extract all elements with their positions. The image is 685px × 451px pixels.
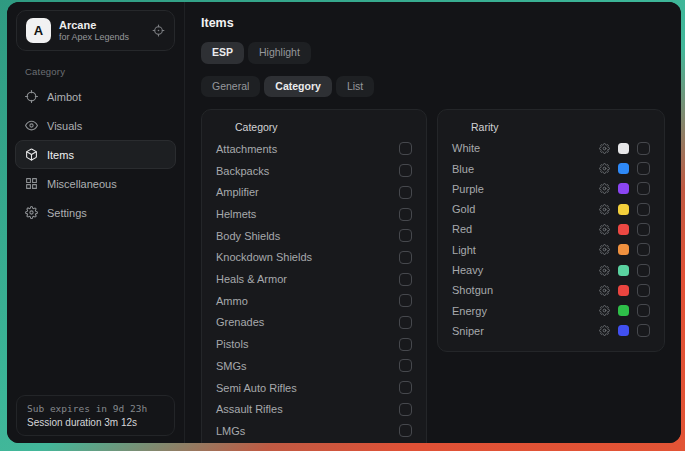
category-row-knockdown-shields: Knockdown Shields — [216, 247, 412, 269]
target-icon[interactable] — [152, 24, 165, 37]
rarity-row-label: Light — [452, 244, 476, 256]
category-row-smgs: SMGs — [216, 355, 412, 377]
category-row-helmets: Helmets — [216, 203, 412, 225]
rarity-row-label: Shotgun — [452, 284, 493, 296]
gear-icon[interactable] — [599, 143, 610, 154]
rarity-row-controls — [599, 243, 650, 256]
category-panel-header: Category — [216, 121, 412, 133]
brand-text: Arcane for Apex Legends — [59, 19, 129, 42]
color-swatch-red[interactable] — [618, 224, 629, 235]
category-panel-title: Category — [235, 121, 278, 133]
category-row-body-shields: Body Shields — [216, 225, 412, 247]
checkbox-knockdown-shields[interactable] — [399, 251, 412, 264]
checkbox-rarity-shotgun[interactable] — [637, 284, 650, 297]
checkbox-rarity-red[interactable] — [637, 223, 650, 236]
rarity-row-energy: Energy — [452, 300, 650, 320]
rarity-row-controls — [599, 284, 650, 297]
category-row-assault-rifles: Assault Rifles — [216, 398, 412, 420]
checkbox-helmets[interactable] — [399, 208, 412, 221]
main-content: Items ESPHighlight GeneralCategoryList C… — [185, 2, 681, 443]
sidebar-item-label: Settings — [47, 207, 87, 219]
checkbox-rarity-white[interactable] — [637, 142, 650, 155]
rarity-row-label: Gold — [452, 203, 475, 215]
checkbox-rarity-sniper[interactable] — [637, 324, 650, 337]
category-row-lmgs: LMGs — [216, 420, 412, 442]
category-row-label: LMGs — [216, 425, 245, 437]
brand-card: A Arcane for Apex Legends — [16, 10, 175, 51]
checkbox-heals-armor[interactable] — [399, 273, 412, 286]
sidebar-item-miscellaneous[interactable]: Miscellaneous — [15, 169, 176, 198]
gear-icon[interactable] — [599, 183, 610, 194]
gear-icon[interactable] — [599, 244, 610, 255]
color-swatch-gold[interactable] — [618, 204, 629, 215]
checkbox-assault-rifles[interactable] — [399, 403, 412, 416]
gear-icon[interactable] — [599, 285, 610, 296]
rarity-row-label: Energy — [452, 305, 487, 317]
category-row-label: Backpacks — [216, 165, 269, 177]
rarity-row-controls — [599, 304, 650, 317]
checkbox-rarity-blue[interactable] — [637, 162, 650, 175]
gear-icon[interactable] — [599, 163, 610, 174]
checkbox-rarity-purple[interactable] — [637, 182, 650, 195]
gear-icon[interactable] — [599, 224, 610, 235]
rarity-panel-title: Rarity — [471, 121, 498, 133]
checkbox-rarity-energy[interactable] — [637, 304, 650, 317]
checkbox-rarity-light[interactable] — [637, 243, 650, 256]
rarity-panel: Rarity WhiteBluePurpleGoldRedLightHeavyS… — [437, 109, 665, 352]
sidebar-item-visuals[interactable]: Visuals — [15, 111, 176, 140]
sidebar: A Arcane for Apex Legends Category Aimbo… — [7, 2, 185, 443]
sidebar-section-label: Category — [25, 66, 184, 77]
checkbox-backpacks[interactable] — [399, 164, 412, 177]
category-row-attachments: Attachments — [216, 138, 412, 160]
checkbox-attachments[interactable] — [399, 142, 412, 155]
rarity-row-label: Blue — [452, 163, 474, 175]
checkbox-rarity-heavy[interactable] — [637, 264, 650, 277]
category-panel: Category AttachmentsBackpacksAmplifierHe… — [201, 109, 427, 443]
app-logo: A — [26, 18, 51, 43]
color-swatch-white[interactable] — [618, 143, 629, 154]
color-swatch-light[interactable] — [618, 244, 629, 255]
app-window: A Arcane for Apex Legends Category Aimbo… — [7, 2, 681, 443]
gear-icon[interactable] — [599, 265, 610, 276]
checkbox-body-shields[interactable] — [399, 229, 412, 242]
sidebar-item-items[interactable]: Items — [15, 140, 176, 169]
color-swatch-energy[interactable] — [618, 305, 629, 316]
gear-icon[interactable] — [599, 204, 610, 215]
color-swatch-blue[interactable] — [618, 163, 629, 174]
tab-esp[interactable]: ESP — [201, 42, 244, 64]
rarity-row-label: Sniper — [452, 325, 484, 337]
tab-highlight[interactable]: Highlight — [248, 42, 311, 64]
rarity-row-blue: Blue — [452, 158, 650, 178]
sub-expiry-text: Sub expires in 9d 23h — [27, 403, 164, 414]
checkbox-grenades[interactable] — [399, 316, 412, 329]
rarity-row-label: Heavy — [452, 264, 483, 276]
color-swatch-purple[interactable] — [618, 183, 629, 194]
rarity-row-gold: Gold — [452, 199, 650, 219]
checkbox-smgs[interactable] — [399, 359, 412, 372]
checkbox-amplifier[interactable] — [399, 186, 412, 199]
page-title: Items — [201, 16, 665, 30]
category-row-grenades: Grenades — [216, 312, 412, 334]
subtab-list[interactable]: List — [336, 76, 374, 98]
color-swatch-sniper[interactable] — [618, 325, 629, 336]
checkbox-rarity-gold[interactable] — [637, 203, 650, 216]
rarity-row-white: White — [452, 138, 650, 158]
session-duration-text: Session duration 3m 12s — [27, 417, 164, 428]
checkbox-pistols[interactable] — [399, 338, 412, 351]
rarity-row-controls — [599, 162, 650, 175]
sidebar-item-settings[interactable]: Settings — [15, 198, 176, 227]
category-row-heals-armor: Heals & Armor — [216, 268, 412, 290]
category-row-label: Grenades — [216, 316, 264, 328]
app-subtitle: for Apex Legends — [59, 32, 129, 42]
checkbox-lmgs[interactable] — [399, 424, 412, 437]
color-swatch-shotgun[interactable] — [618, 285, 629, 296]
color-swatch-heavy[interactable] — [618, 265, 629, 276]
checkbox-semi-auto-rifles[interactable] — [399, 381, 412, 394]
subtab-category[interactable]: Category — [264, 76, 332, 98]
gear-icon[interactable] — [599, 325, 610, 336]
subtab-general[interactable]: General — [201, 76, 260, 98]
gear-icon[interactable] — [599, 305, 610, 316]
panels: Category AttachmentsBackpacksAmplifierHe… — [201, 109, 665, 443]
checkbox-ammo[interactable] — [399, 294, 412, 307]
sidebar-item-aimbot[interactable]: Aimbot — [15, 82, 176, 111]
